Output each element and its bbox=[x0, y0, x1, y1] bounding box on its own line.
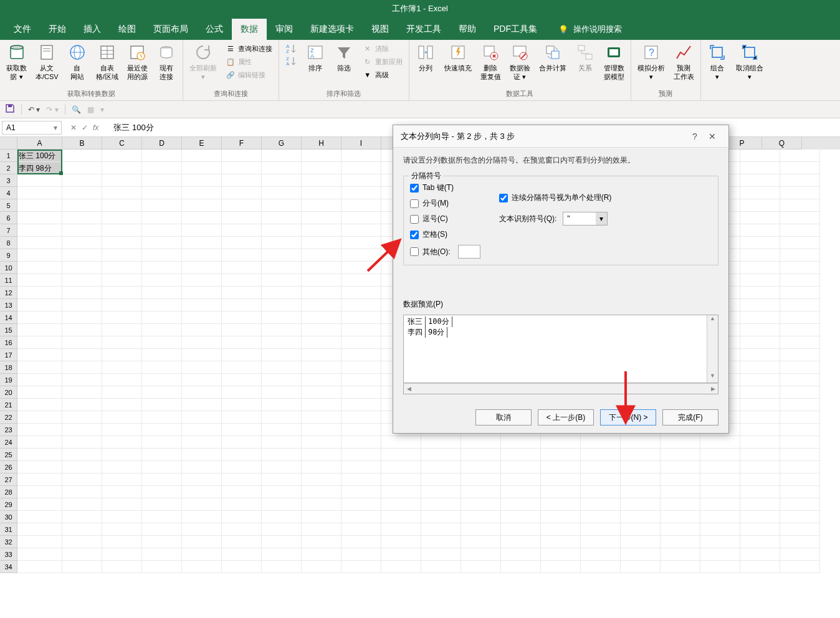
scroll-down-icon[interactable]: ▼ bbox=[707, 373, 718, 383]
cell[interactable] bbox=[222, 162, 262, 174]
cell[interactable] bbox=[222, 511, 262, 523]
row-header-34[interactable]: 34 bbox=[0, 561, 17, 573]
cell[interactable] bbox=[262, 162, 302, 174]
cell[interactable] bbox=[740, 150, 780, 162]
cell[interactable] bbox=[341, 424, 381, 436]
cell[interactable] bbox=[262, 386, 302, 399]
cell[interactable] bbox=[780, 249, 820, 262]
checkbox-tab[interactable]: Tab 键(T) bbox=[410, 183, 480, 193]
cell[interactable] bbox=[501, 511, 541, 523]
cell[interactable] bbox=[740, 274, 780, 287]
cell[interactable] bbox=[62, 162, 102, 174]
checkbox-other-input[interactable] bbox=[410, 247, 419, 256]
cell[interactable] bbox=[62, 473, 102, 486]
cell[interactable] bbox=[421, 498, 461, 511]
cell[interactable] bbox=[102, 324, 142, 336]
cell[interactable] bbox=[62, 449, 102, 461]
cell[interactable] bbox=[541, 548, 581, 561]
from-table-button[interactable]: 自表 格/区域 bbox=[92, 41, 122, 83]
cell[interactable] bbox=[461, 523, 501, 536]
cell[interactable] bbox=[62, 274, 102, 287]
cell[interactable] bbox=[780, 436, 820, 449]
cell[interactable] bbox=[222, 199, 262, 212]
cell[interactable] bbox=[182, 548, 222, 561]
accept-formula-icon[interactable]: ✓ bbox=[82, 123, 88, 132]
cell[interactable] bbox=[142, 262, 182, 274]
cell[interactable] bbox=[421, 536, 461, 548]
cell[interactable] bbox=[262, 199, 302, 212]
cell[interactable] bbox=[222, 561, 262, 573]
cell[interactable] bbox=[102, 411, 142, 424]
cell[interactable] bbox=[700, 461, 740, 473]
cell[interactable] bbox=[142, 336, 182, 349]
tab-draw[interactable]: 绘图 bbox=[110, 19, 145, 40]
tab-file[interactable]: 文件 bbox=[5, 19, 40, 40]
cell[interactable] bbox=[541, 511, 581, 523]
cell[interactable] bbox=[17, 324, 62, 336]
row-header-19[interactable]: 19 bbox=[0, 374, 17, 386]
cell[interactable] bbox=[62, 361, 102, 374]
cell[interactable] bbox=[740, 449, 780, 461]
cell[interactable] bbox=[740, 187, 780, 199]
cell[interactable] bbox=[740, 498, 780, 511]
cell[interactable] bbox=[62, 536, 102, 548]
cell[interactable] bbox=[102, 274, 142, 287]
cell[interactable] bbox=[62, 399, 102, 411]
cell[interactable] bbox=[661, 536, 700, 548]
cell[interactable] bbox=[740, 349, 780, 361]
advanced-filter-button[interactable]: ▼高级 bbox=[360, 69, 405, 81]
cell[interactable] bbox=[222, 461, 262, 473]
sort-desc-button[interactable]: ZA bbox=[283, 55, 299, 67]
cell[interactable] bbox=[102, 548, 142, 561]
cell[interactable] bbox=[581, 548, 621, 561]
undo-button[interactable]: ↶ ▾ bbox=[28, 105, 40, 114]
col-header-E[interactable]: E bbox=[182, 137, 222, 150]
cell[interactable] bbox=[341, 461, 381, 473]
cell[interactable] bbox=[700, 449, 740, 461]
cell[interactable] bbox=[780, 150, 820, 162]
cell[interactable] bbox=[102, 150, 142, 162]
cell[interactable] bbox=[17, 536, 62, 548]
checkbox-space-input[interactable] bbox=[410, 231, 419, 239]
cell[interactable] bbox=[17, 374, 62, 386]
cell[interactable] bbox=[780, 174, 820, 187]
row-header-24[interactable]: 24 bbox=[0, 436, 17, 449]
cell[interactable] bbox=[700, 511, 740, 523]
cell[interactable] bbox=[142, 436, 182, 449]
row-header-25[interactable]: 25 bbox=[0, 449, 17, 461]
cancel-button[interactable]: 取消 bbox=[475, 409, 532, 425]
cell[interactable] bbox=[17, 349, 62, 361]
cell[interactable] bbox=[581, 473, 621, 486]
cell[interactable] bbox=[421, 548, 461, 561]
cell[interactable] bbox=[102, 498, 142, 511]
cell[interactable] bbox=[142, 473, 182, 486]
select-all-corner[interactable] bbox=[0, 137, 17, 150]
cell[interactable] bbox=[262, 449, 302, 461]
cell[interactable] bbox=[262, 349, 302, 361]
cell[interactable] bbox=[341, 199, 381, 212]
cell[interactable] bbox=[341, 536, 381, 548]
cell[interactable] bbox=[740, 299, 780, 311]
cell[interactable] bbox=[740, 461, 780, 473]
cell[interactable] bbox=[341, 224, 381, 237]
cell[interactable] bbox=[262, 561, 302, 573]
cell[interactable] bbox=[581, 486, 621, 498]
checkbox-tab-input[interactable] bbox=[410, 184, 419, 193]
cell[interactable] bbox=[341, 386, 381, 399]
cell[interactable] bbox=[541, 449, 581, 461]
cell[interactable] bbox=[780, 449, 820, 461]
row-header-16[interactable]: 16 bbox=[0, 336, 17, 349]
row-header-9[interactable]: 9 bbox=[0, 249, 17, 262]
cell[interactable] bbox=[740, 212, 780, 224]
consolidate-button[interactable]: 合并计算 bbox=[535, 41, 570, 74]
row-header-15[interactable]: 15 bbox=[0, 324, 17, 336]
cell[interactable] bbox=[780, 374, 820, 386]
preview-vscroll[interactable]: ▲ ▼ bbox=[707, 315, 718, 383]
cell[interactable] bbox=[62, 249, 102, 262]
cell[interactable] bbox=[62, 498, 102, 511]
cell[interactable] bbox=[62, 174, 102, 187]
cell[interactable] bbox=[182, 473, 222, 486]
row-header-8[interactable]: 8 bbox=[0, 237, 17, 249]
cell[interactable] bbox=[302, 299, 341, 311]
cell[interactable] bbox=[142, 187, 182, 199]
